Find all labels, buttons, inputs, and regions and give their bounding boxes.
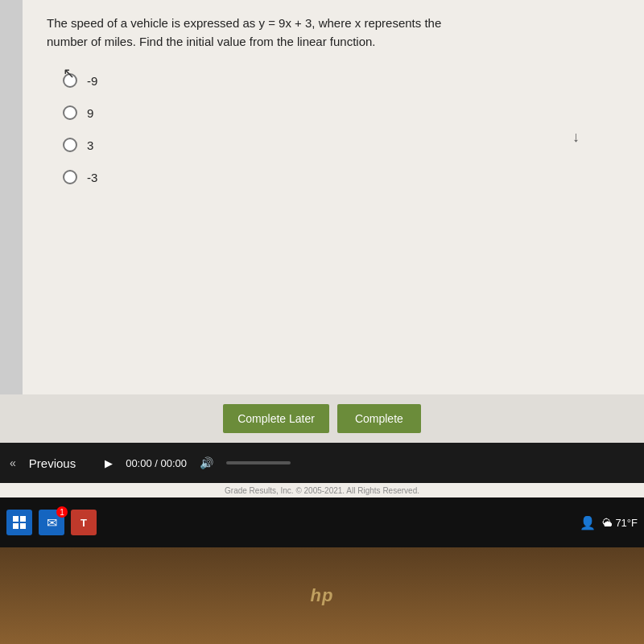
radio-button-2[interactable] <box>63 105 77 120</box>
volume-icon[interactable]: 🔊 <box>200 456 213 469</box>
question-area: The speed of a vehicle is expressed as y… <box>23 0 644 73</box>
bottom-nav: « Previous ▶ 00:00 / 00:00 🔊 <box>0 443 644 483</box>
copyright-bar: Grade Results, Inc. © 2005-2021. All Rig… <box>0 483 644 497</box>
option-row-4[interactable]: -3 <box>63 170 620 184</box>
option-label-4: -3 <box>87 171 97 184</box>
play-button[interactable]: ▶ <box>105 457 113 469</box>
option-row-3[interactable]: 3 <box>63 138 620 152</box>
action-bar: Complete Later Complete <box>0 394 644 443</box>
option-label-3: 3 <box>87 138 93 152</box>
option-row-2[interactable]: 9 <box>63 105 620 120</box>
progress-bar <box>226 461 291 464</box>
question-text: The speed of a vehicle is expressed as y… <box>47 14 620 51</box>
svg-rect-0 <box>13 516 19 522</box>
svg-rect-1 <box>20 516 26 522</box>
radio-button-1[interactable] <box>63 73 77 88</box>
option-label-2: 9 <box>87 106 93 120</box>
svg-rect-3 <box>20 523 26 529</box>
question-line2: number of miles. Find the initial value … <box>47 35 376 48</box>
taskbar: ✉ T 👤 🌥 71°F <box>0 497 644 547</box>
weather-icon: 🌥 <box>602 517 613 529</box>
taskbar-right: 👤 🌥 71°F <box>580 515 638 530</box>
options-area: -9 9 3 -3 <box>23 73 644 210</box>
radio-button-4[interactable] <box>63 170 77 184</box>
laptop-bezel: hp <box>0 547 644 644</box>
question-line1: The speed of a vehicle is expressed as y… <box>47 16 441 30</box>
hp-logo: hp <box>311 585 334 606</box>
taskbar-start-icon[interactable] <box>6 510 32 535</box>
radio-button-3[interactable] <box>63 138 77 152</box>
option-row-1[interactable]: -9 <box>63 73 620 88</box>
svg-rect-2 <box>13 523 19 529</box>
complete-button[interactable]: Complete <box>337 404 421 433</box>
taskbar-weather: 🌥 71°F <box>602 517 638 529</box>
previous-icon: « <box>10 456 16 469</box>
taskbar-mail-icon[interactable]: ✉ <box>39 510 64 535</box>
complete-later-button[interactable]: Complete Later <box>223 404 329 433</box>
timer-display: 00:00 / 00:00 <box>126 457 187 469</box>
taskbar-person-icon: 👤 <box>580 515 596 530</box>
previous-button[interactable]: Previous <box>29 456 76 470</box>
weather-temp: 71°F <box>615 517 638 529</box>
option-label-1: -9 <box>87 74 97 88</box>
taskbar-app-icon[interactable]: T <box>71 510 97 535</box>
copyright-text: Grade Results, Inc. © 2005-2021. All Rig… <box>225 486 419 495</box>
